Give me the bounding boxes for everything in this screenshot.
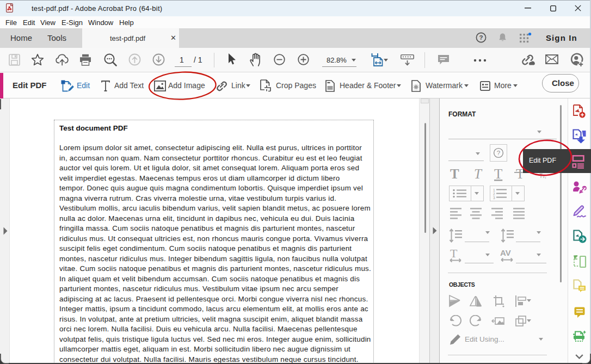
svg-text:?: ? [479, 34, 483, 41]
svg-text:T: T [450, 248, 458, 260]
svg-text:T: T [494, 166, 502, 181]
svg-text:?: ? [497, 150, 500, 156]
svg-text:T: T [450, 166, 459, 181]
svg-text:AV: AV [500, 248, 511, 257]
